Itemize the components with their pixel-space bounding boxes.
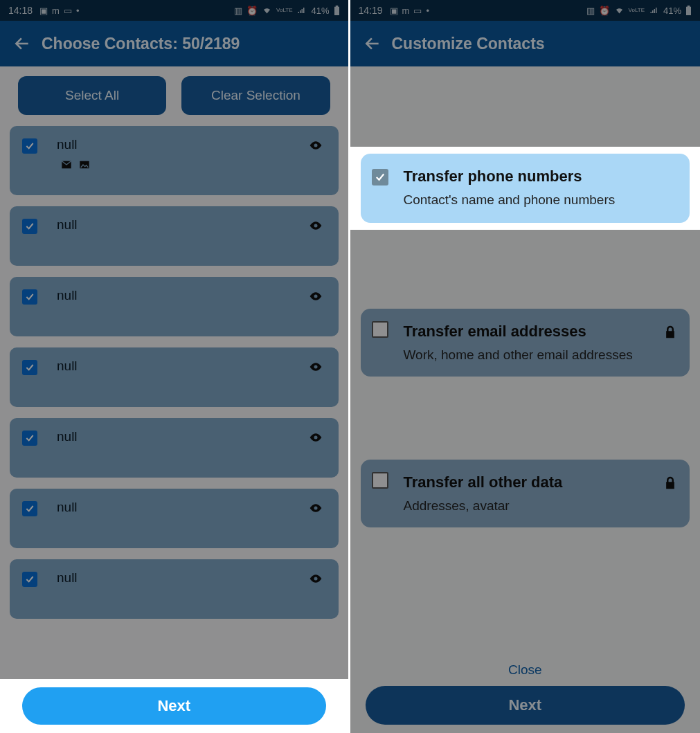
contact-name: null	[57, 570, 305, 586]
battery-icon	[334, 6, 340, 15]
contact-card[interactable]: null	[10, 559, 339, 619]
next-button[interactable]: Next	[22, 687, 326, 725]
battery-text: 41%	[311, 6, 329, 16]
svg-point-6	[314, 507, 317, 510]
app-bar: Customize Contacts	[350, 21, 701, 66]
option-checkbox[interactable]	[372, 169, 388, 185]
battery-text: 41%	[663, 6, 681, 16]
gallery-icon: ▣	[390, 6, 398, 16]
contact-card[interactable]: null	[10, 489, 339, 548]
option-title: Transfer phone numbers	[404, 168, 616, 185]
select-all-button[interactable]: Select All	[18, 76, 166, 115]
contact-card[interactable]: null	[10, 126, 339, 195]
screen-choose-contacts: 14:18 ▣ m ▭ • ▥ ⏰ VoLTE 41%	[0, 0, 350, 733]
svg-point-1	[314, 144, 317, 147]
contact-name: null	[57, 217, 305, 233]
dot-icon: •	[76, 6, 80, 16]
dot-icon: •	[426, 6, 429, 16]
preview-icon[interactable]	[305, 219, 326, 233]
nfc-icon: ▥	[586, 6, 595, 16]
option-transfer-email[interactable]: Transfer email addresses Work, home and …	[361, 309, 690, 377]
contact-card[interactable]: null	[10, 206, 339, 266]
card-icon: ▭	[413, 6, 422, 16]
option-title: Transfer email addresses	[404, 323, 633, 341]
status-left-icons: ▣ m ▭ •	[39, 6, 79, 16]
preview-icon[interactable]	[305, 501, 326, 515]
app-bar: Choose Contacts: 50/2189	[0, 21, 348, 66]
nfc-icon: ▥	[234, 6, 242, 16]
option-checkbox[interactable]	[372, 321, 388, 338]
contact-name: null	[57, 359, 305, 374]
contacts-list: null	[0, 122, 348, 619]
volte-icon: VoLTE	[629, 8, 645, 13]
wifi-icon	[614, 6, 625, 15]
option-subtitle: Addresses, avatar	[404, 498, 563, 514]
email-icon	[60, 159, 73, 170]
svg-point-3	[314, 295, 317, 298]
next-bar: Next	[0, 679, 348, 733]
signal-icon	[296, 6, 307, 15]
page-title: Choose Contacts: 50/2189	[42, 35, 240, 53]
svg-point-5	[314, 436, 317, 440]
back-button[interactable]	[7, 35, 37, 53]
status-right-icons: ▥ ⏰ VoLTE 41%	[586, 6, 692, 16]
status-bar: 14:19 ▣ m ▭ • ▥ ⏰ VoLTE 41%	[350, 0, 701, 21]
card-icon: ▭	[64, 6, 72, 16]
highlighted-option-wrap: Transfer phone numbers Contact's name an…	[350, 147, 701, 230]
battery-icon	[685, 6, 692, 15]
m-icon: m	[402, 6, 410, 16]
contact-card[interactable]: null	[10, 277, 339, 336]
contact-checkbox[interactable]	[22, 219, 37, 234]
contact-checkbox[interactable]	[22, 360, 37, 375]
screen-customize-contacts: 14:19 ▣ m ▭ • ▥ ⏰ VoLTE 41% Custom	[350, 0, 701, 733]
status-right-icons: ▥ ⏰ VoLTE 41%	[234, 6, 339, 16]
close-link[interactable]: Close	[504, 658, 546, 682]
svg-point-4	[314, 365, 317, 369]
next-button[interactable]: Next	[366, 686, 685, 725]
alarm-icon: ⏰	[599, 6, 610, 16]
option-title: Transfer all other data	[404, 473, 563, 491]
svg-point-2	[314, 224, 317, 228]
signal-icon	[649, 6, 659, 15]
preview-icon[interactable]	[305, 572, 326, 586]
contact-card[interactable]: null	[10, 347, 339, 407]
lock-icon	[663, 475, 677, 491]
m-icon: m	[52, 6, 60, 16]
preview-icon[interactable]	[305, 431, 326, 444]
contact-checkbox[interactable]	[22, 572, 37, 587]
contact-checkbox[interactable]	[22, 138, 37, 154]
contact-name: null	[57, 137, 305, 152]
preview-icon[interactable]	[305, 289, 326, 303]
preview-icon[interactable]	[305, 138, 326, 152]
alarm-icon: ⏰	[246, 6, 258, 16]
contact-card[interactable]: null	[10, 418, 339, 478]
option-transfer-phone[interactable]: Transfer phone numbers Contact's name an…	[361, 154, 690, 223]
contact-name: null	[57, 429, 305, 444]
status-time: 14:19	[359, 5, 383, 16]
back-button[interactable]	[357, 35, 388, 53]
preview-icon[interactable]	[305, 360, 326, 374]
contact-name: null	[57, 500, 305, 515]
option-checkbox[interactable]	[372, 472, 388, 489]
wifi-icon	[262, 6, 272, 15]
contact-checkbox[interactable]	[22, 431, 37, 446]
page-title: Customize Contacts	[392, 35, 545, 53]
contact-checkbox[interactable]	[22, 501, 37, 516]
lock-icon	[663, 324, 677, 341]
option-subtitle: Contact's name and phone numbers	[404, 192, 616, 208]
gallery-icon: ▣	[39, 6, 48, 16]
status-left-icons: ▣ m ▭ •	[390, 6, 429, 16]
clear-selection-button[interactable]: Clear Selection	[181, 76, 330, 115]
option-subtitle: Work, home and other email addresses	[404, 347, 633, 363]
status-time: 14:18	[8, 5, 33, 16]
svg-point-7	[314, 577, 317, 581]
option-transfer-other[interactable]: Transfer all other data Addresses, avata…	[361, 460, 690, 527]
volte-icon: VoLTE	[276, 8, 292, 13]
contact-checkbox[interactable]	[22, 289, 37, 305]
status-bar: 14:18 ▣ m ▭ • ▥ ⏰ VoLTE 41%	[0, 0, 348, 21]
contact-name: null	[57, 288, 305, 303]
photo-icon	[78, 159, 91, 170]
